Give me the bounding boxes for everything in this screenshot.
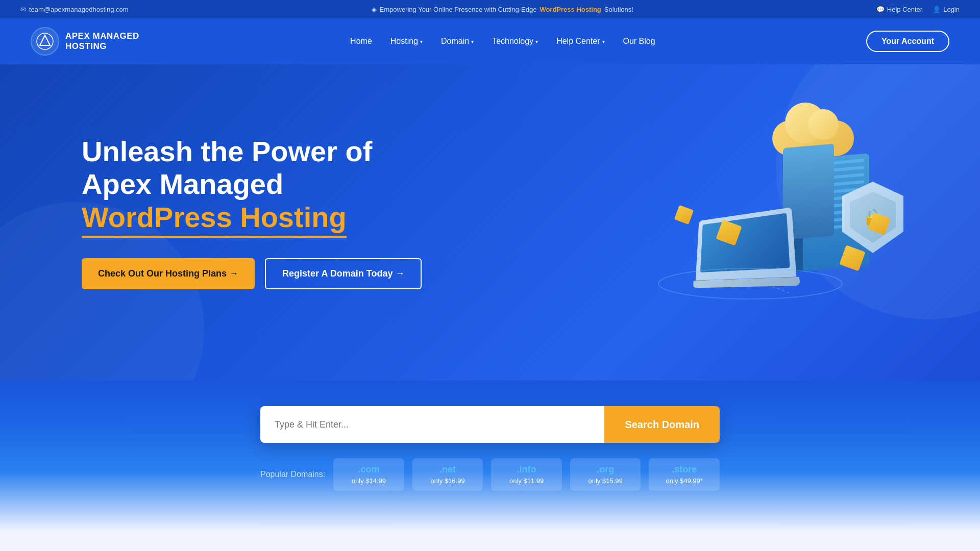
logo-icon (31, 27, 59, 56)
user-icon: 👤 (933, 6, 941, 13)
hero-section: Unleash the Power of Apex Managed WordPr… (0, 64, 980, 381)
laptop-screen (700, 213, 790, 272)
search-bar-wrapper: Search Domain (260, 406, 720, 443)
laptop (695, 207, 796, 281)
help-icon: 💬 (876, 6, 885, 13)
hero-content: Unleash the Power of Apex Managed WordPr… (82, 135, 422, 289)
top-bar: ✉ team@apexmanagedhosting.com ◈ Empoweri… (0, 0, 980, 18)
your-account-button[interactable]: Your Account (866, 31, 949, 52)
nav-technology[interactable]: Technology ▾ (492, 37, 538, 46)
hero-illustration: 🔒 (648, 105, 929, 319)
nav-hosting[interactable]: Hosting ▾ (390, 37, 423, 46)
diamond-icon: ◈ (372, 6, 377, 13)
chevron-down-icon: ▾ (471, 39, 474, 44)
hosting-plans-button[interactable]: Check Out Our Hosting Plans → (82, 258, 255, 289)
iso-scene: 🔒 (648, 105, 929, 319)
page-bottom (0, 532, 980, 551)
chevron-down-icon: ▾ (602, 39, 605, 44)
hero-buttons: Check Out Our Hosting Plans → Register A… (82, 258, 422, 289)
nav-links: Home Hosting ▾ Domain ▾ Technology ▾ Hel… (350, 37, 655, 46)
nav-domain[interactable]: Domain ▾ (441, 37, 474, 46)
help-center-link[interactable]: 💬 Help Center (876, 6, 922, 13)
laptop-base (693, 277, 800, 288)
logo[interactable]: APEX MANAGED HOSTING (31, 27, 139, 56)
domain-org[interactable]: .org only $15.99 (570, 458, 641, 491)
logo-text: APEX MANAGED HOSTING (65, 31, 139, 52)
popular-domains: Popular Domains: .com only $14.99 .net o… (260, 458, 720, 491)
search-input[interactable] (260, 406, 604, 443)
top-bar-tagline: ◈ Empowering Your Online Presence with C… (372, 6, 633, 13)
navbar: APEX MANAGED HOSTING Home Hosting ▾ Doma… (0, 18, 980, 64)
chevron-down-icon: ▾ (420, 39, 423, 44)
login-link[interactable]: 👤 Login (933, 6, 960, 13)
top-bar-email: ✉ team@apexmanagedhosting.com (20, 6, 129, 13)
domain-info[interactable]: .info only $11.99 (491, 458, 562, 491)
top-bar-right: 💬 Help Center 👤 Login (876, 6, 960, 13)
domain-net[interactable]: .net only $16.99 (412, 458, 483, 491)
popular-domains-label: Popular Domains: (260, 470, 325, 479)
hero-title: Unleash the Power of Apex Managed WordPr… (82, 135, 422, 238)
domain-search-section: Search Domain Popular Domains: .com only… (0, 381, 980, 532)
nav-home[interactable]: Home (350, 37, 372, 46)
search-domain-button[interactable]: Search Domain (604, 406, 720, 443)
domain-store[interactable]: .store only $49.99* (649, 458, 720, 491)
domain-com[interactable]: .com only $14.99 (333, 458, 404, 491)
nav-help-center[interactable]: Help Center ▾ (556, 37, 604, 46)
chevron-down-icon: ▾ (535, 39, 538, 44)
svg-marker-1 (40, 35, 50, 45)
register-domain-button[interactable]: Register A Domain Today → (265, 258, 422, 289)
email-icon: ✉ (20, 6, 26, 13)
deco-box-3 (674, 205, 694, 224)
nav-our-blog[interactable]: Our Blog (623, 37, 655, 46)
